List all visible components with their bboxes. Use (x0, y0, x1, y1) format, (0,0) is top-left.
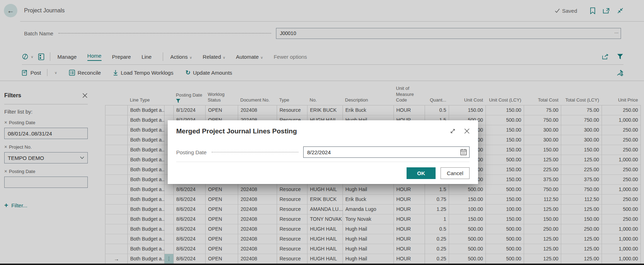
cell-description[interactable]: Hugh Hail (343, 254, 394, 264)
row-menu-cell[interactable] (165, 234, 174, 244)
cell-description[interactable]: Erik Buck (343, 195, 394, 204)
cell-total_cost[interactable]: 112.50 (524, 195, 561, 204)
row-menu-cell[interactable] (165, 105, 174, 115)
cell-uom[interactable]: HOUR (394, 204, 425, 214)
cell-line_type[interactable]: Both Budget a... (128, 224, 165, 234)
cell-type[interactable]: Resource (277, 224, 307, 234)
cell-type[interactable]: Resource (277, 234, 307, 244)
cell-worklog_status[interactable]: OPEN (206, 214, 238, 224)
row-selector-cell[interactable] (105, 165, 128, 175)
column-header-quantity[interactable]: Quant... (425, 97, 449, 105)
row-selector-cell[interactable] (105, 145, 128, 155)
cell-unit_cost_lcy[interactable]: 150.00 (486, 125, 524, 135)
posting-date-input[interactable] (303, 146, 470, 158)
row-selector-cell[interactable] (105, 175, 128, 185)
column-header-no[interactable]: No. (307, 97, 343, 105)
cell-total_cost_lcy[interactable]: 125.00 (561, 254, 602, 264)
bookmark-icon[interactable] (589, 7, 596, 14)
cell-total_cost[interactable]: 125.00 (524, 244, 561, 254)
column-header-line_type[interactable]: Line Type (127, 97, 164, 105)
cell-unit_cost_lcy[interactable]: 500.00 (486, 185, 524, 195)
row-menu-cell[interactable] (165, 195, 174, 204)
project-no-select[interactable]: TEMPO DEMO (4, 152, 88, 163)
cell-worklog_status[interactable]: OPEN (206, 204, 238, 214)
cell-line_type[interactable]: Both Budget a... (128, 145, 165, 155)
cell-quantity[interactable]: 0.5 (425, 105, 449, 115)
table-row[interactable]: Both Budget a...8/6/2024OPEN202408Resour… (105, 224, 641, 234)
cell-description[interactable]: Hugh Hail (343, 185, 394, 195)
cell-line_type[interactable]: Both Budget a... (128, 254, 165, 264)
tab-line[interactable]: Line (142, 54, 151, 60)
cell-posting_date[interactable]: 8/6/2024 (174, 244, 206, 254)
cell-total_cost[interactable]: 750.00 (524, 115, 561, 125)
collapse-icon[interactable] (617, 7, 623, 14)
column-header-type[interactable]: Type (277, 97, 307, 105)
cell-unit_cost_lcy[interactable]: 500.00 (486, 254, 524, 264)
menu-automate[interactable]: Automate∨ (236, 54, 263, 60)
row-menu-cell[interactable] (165, 214, 174, 224)
table-row[interactable]: Both Budget a...8/6/2024OPEN202408Resour… (105, 234, 641, 244)
board-icon[interactable] (38, 53, 44, 60)
cell-line_type[interactable]: Both Budget a... (128, 214, 165, 224)
row-menu-cell[interactable] (165, 185, 174, 195)
cell-no[interactable]: ERIK BUCK (307, 195, 343, 204)
cell-unit_price[interactable]: 250.00 (602, 214, 641, 224)
cell-total_cost_lcy[interactable]: 225.00 (561, 165, 602, 175)
cell-total_cost[interactable]: 375.00 (524, 175, 561, 185)
cell-line_type[interactable]: Both Budget a... (128, 115, 165, 125)
assist-edit-button[interactable]: ... (614, 29, 619, 34)
table-row[interactable]: Both Budget a...8/1/2024OPEN202408Resour… (105, 105, 641, 115)
remove-filter-icon[interactable]: × (4, 168, 7, 174)
cell-unit_cost[interactable]: 100.00 (449, 204, 486, 214)
table-row[interactable]: Both Budget a...8/6/2024OPEN202408Resour… (105, 185, 641, 195)
cell-unit_price[interactable]: 1,000.00 (602, 155, 641, 165)
cell-total_cost_lcy[interactable]: 125.00 (561, 155, 602, 165)
cell-total_cost[interactable]: 125.00 (524, 254, 561, 264)
table-row[interactable]: Both Budget a...8/6/2024OPEN202408Resour… (105, 204, 641, 214)
row-context-menu-button[interactable]: ⋮ (165, 254, 173, 264)
batch-name-input[interactable] (276, 28, 621, 39)
table-row[interactable]: Both Budget a...8/6/2024OPEN202408Resour… (105, 195, 641, 204)
cell-unit_cost_lcy[interactable]: 150.00 (486, 135, 524, 145)
post-button[interactable]: Post ∨ (22, 69, 57, 76)
cell-total_cost_lcy[interactable]: 750.00 (561, 115, 602, 125)
cell-unit_price[interactable]: 1,000.00 (602, 234, 641, 244)
cell-line_type[interactable]: Both Budget a... (128, 155, 165, 165)
cell-quantity[interactable]: 0.25 (425, 254, 449, 264)
remove-filter-icon[interactable]: × (4, 120, 7, 125)
cell-type[interactable]: Resource (277, 204, 307, 214)
cell-worklog_status[interactable]: OPEN (206, 105, 238, 115)
cell-total_cost_lcy[interactable]: 250.00 (561, 224, 602, 234)
table-row[interactable]: Both Budget a...8/6/2024OPEN202408Resour… (105, 244, 641, 254)
cell-total_cost[interactable]: 150.00 (524, 145, 561, 155)
posting-date-filter-input-2[interactable] (4, 177, 88, 188)
cell-unit_cost_lcy[interactable]: 500.00 (486, 224, 524, 234)
designer-icon[interactable]: ∨ (22, 53, 33, 60)
cell-uom[interactable]: HOUR (394, 105, 425, 115)
filter-icon[interactable] (617, 53, 623, 60)
cell-quantity[interactable]: 1.25 (425, 204, 449, 214)
row-menu-cell[interactable] (165, 224, 174, 234)
cell-type[interactable]: Resource (277, 244, 307, 254)
row-selector-cell[interactable] (105, 125, 128, 135)
cell-quantity[interactable]: 0.25 (425, 234, 449, 244)
cell-total_cost_lcy[interactable]: 300.00 (561, 125, 602, 135)
column-header-description[interactable]: Description (343, 97, 393, 105)
cell-document_no[interactable]: 202408 (238, 214, 277, 224)
share-icon[interactable] (602, 53, 609, 60)
cell-unit_cost[interactable]: 150.00 (449, 105, 486, 115)
cell-document_no[interactable]: 202408 (238, 234, 277, 244)
cell-unit_cost[interactable]: 500.00 (449, 244, 486, 254)
cell-line_type[interactable]: Both Budget a... (128, 135, 165, 145)
cell-unit_cost_lcy[interactable]: 500.00 (486, 115, 524, 125)
row-selector-cell[interactable] (105, 105, 128, 115)
cell-total_cost[interactable]: 125.00 (524, 234, 561, 244)
cell-worklog_status[interactable]: OPEN (206, 234, 238, 244)
column-header-total_cost_lcy[interactable]: Total Cost (LCY) (561, 97, 602, 105)
column-header-uom[interactable]: Unit of Measure Code (393, 86, 425, 105)
cell-total_cost[interactable]: 300.00 (524, 135, 561, 145)
cell-uom[interactable]: HOUR (394, 195, 425, 204)
cell-description[interactable]: Hugh Hail (343, 224, 394, 234)
cell-unit_price[interactable]: 250.00 (602, 125, 641, 135)
unpin-icon[interactable] (617, 69, 623, 76)
